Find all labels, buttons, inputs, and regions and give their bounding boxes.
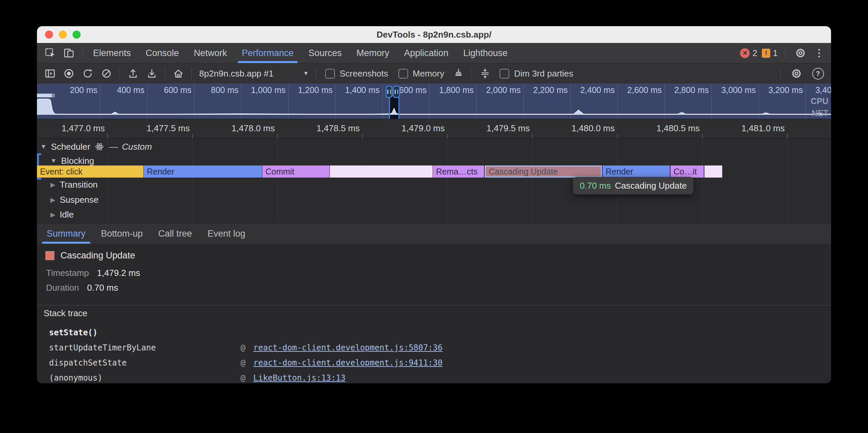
- tab-summary[interactable]: Summary: [39, 224, 93, 244]
- collapse-tracks-icon[interactable]: [477, 66, 493, 81]
- flame-bars-layer: Event: clickRenderCommitRema…ctsCascadin…: [37, 165, 831, 177]
- flame-chart[interactable]: Event: clickRenderCommitRema…ctsCascadin…: [37, 139, 831, 223]
- track-suspense[interactable]: ▶Suspense: [37, 194, 98, 206]
- ruler-tick-mark: [192, 134, 193, 138]
- flame-bar-render[interactable]: Render: [144, 165, 262, 177]
- stack-trace-frames: setState()startUpdateTimerByLane@react-d…: [37, 325, 831, 383]
- flame-bar-cascading-update[interactable]: Cascading Update: [485, 165, 602, 177]
- track-label: Idle: [60, 209, 74, 220]
- help-icon[interactable]: ?: [810, 66, 826, 81]
- issue-icon: !: [762, 49, 770, 58]
- minimize-window-button[interactable]: [59, 31, 67, 39]
- ruler-tick-label: 1,478.0 ms: [231, 123, 275, 134]
- garbage-collect-brush-icon[interactable]: [450, 66, 467, 81]
- reload-and-record-button[interactable]: [79, 66, 96, 81]
- home-button[interactable]: [170, 66, 187, 81]
- track-transition[interactable]: ▶Transition: [37, 178, 98, 191]
- console-errors-badge[interactable]: ✕ 2: [740, 48, 757, 58]
- toggle-sidebar-button[interactable]: [42, 66, 58, 81]
- tab-event-log[interactable]: Event log: [200, 224, 253, 244]
- ruler-tick-label: 1,481.0 ms: [741, 123, 785, 134]
- triangle-right-icon[interactable]: ▶: [51, 211, 55, 219]
- net-lane-label: NET: [812, 108, 828, 118]
- record-button[interactable]: [60, 66, 77, 81]
- flame-gridline: [532, 139, 532, 223]
- triangle-down-icon[interactable]: ▼: [51, 157, 57, 164]
- flame-bar-rema-cts[interactable]: Rema…cts: [433, 165, 484, 177]
- frame-function: (anonymous): [49, 373, 102, 382]
- divider: [472, 68, 472, 78]
- tab-memory[interactable]: Memory: [349, 43, 397, 63]
- console-issues-badge[interactable]: ! 1: [762, 48, 778, 58]
- tooltip-label: Cascading Update: [615, 180, 687, 191]
- kebab-menu-icon[interactable]: [813, 49, 825, 57]
- tab-performance[interactable]: Performance: [235, 43, 301, 63]
- checkbox-box: [398, 69, 408, 78]
- flame-bar[interactable]: [705, 165, 722, 177]
- selection-handle-right[interactable]: [393, 86, 400, 98]
- zoom-window-button[interactable]: [72, 31, 81, 39]
- source-link[interactable]: react-dom-client.development.js:5807:36: [253, 343, 443, 353]
- flame-bar-render[interactable]: Render: [602, 165, 670, 177]
- network-request-bar-cap: [52, 94, 55, 97]
- selection-handle-left[interactable]: [385, 86, 392, 98]
- ruler-tick-label: 1,480.0 ms: [571, 123, 615, 134]
- tab-elements[interactable]: Elements: [86, 43, 138, 63]
- track-idle[interactable]: ▶Idle: [37, 208, 74, 221]
- settings-gear-icon[interactable]: [793, 45, 808, 61]
- inspect-element-button[interactable]: [42, 45, 58, 61]
- frame-function: setState(): [49, 328, 98, 337]
- triangle-right-icon[interactable]: ▶: [51, 196, 55, 204]
- divider: [120, 68, 120, 78]
- track-scheduler[interactable]: ▼Scheduler —Custom: [37, 141, 152, 153]
- flame-bar-co-it[interactable]: Co…it: [671, 165, 704, 177]
- flame-bar-event-click[interactable]: Event: click: [37, 165, 144, 177]
- timeline-overview[interactable]: CPU NET 200 ms400 ms600 ms800 ms1,000 ms…: [37, 84, 831, 119]
- tab-bottom-up[interactable]: Bottom-up: [93, 224, 151, 244]
- divider: [37, 305, 831, 305]
- clear-recording-button[interactable]: [98, 66, 115, 81]
- event-color-swatch: [45, 251, 54, 260]
- memory-checkbox[interactable]: Memory: [394, 68, 448, 79]
- tab-network[interactable]: Network: [186, 43, 235, 63]
- upload-profile-button[interactable]: [125, 66, 142, 81]
- flame-gridline: [702, 139, 703, 223]
- triangle-right-icon[interactable]: ▶: [51, 181, 55, 189]
- summary-field-timestamp: Timestamp1,479.2 ms: [46, 268, 140, 278]
- triangle-down-icon[interactable]: ▼: [40, 143, 47, 151]
- bottom-tabbar: SummaryBottom-upCall treeEvent log: [37, 223, 831, 244]
- tab-sources[interactable]: Sources: [301, 43, 349, 63]
- capture-settings-gear-icon[interactable]: [788, 66, 805, 81]
- ruler-tick-mark: [787, 134, 788, 138]
- flame-bar[interactable]: [330, 165, 433, 177]
- stack-frame: dispatchSetState@react-dom-client.develo…: [37, 355, 831, 370]
- tab-lighthouse[interactable]: Lighthouse: [456, 43, 515, 63]
- flame-tooltip: 0.70 ms Cascading Update: [573, 177, 693, 194]
- flame-gridline: [362, 139, 363, 223]
- download-profile-button[interactable]: [144, 66, 160, 81]
- source-link[interactable]: LikeButton.js:13:13: [253, 373, 346, 382]
- chevron-down-icon: ▼: [303, 70, 309, 77]
- stack-frame: (anonymous)@LikeButton.js:13:13: [37, 370, 831, 383]
- tab-application[interactable]: Application: [397, 43, 456, 63]
- source-link[interactable]: react-dom-client.development.js:9411:30: [253, 358, 443, 368]
- tab-console[interactable]: Console: [138, 43, 186, 63]
- dim-3rd-parties-checkbox[interactable]: Dim 3rd parties: [495, 68, 577, 79]
- ruler-tick-mark: [532, 134, 533, 138]
- screenshots-checkbox[interactable]: Screenshots: [321, 68, 392, 79]
- device-toolbar-button[interactable]: [61, 45, 76, 61]
- ruler-tick-label: 1,479.0 ms: [401, 123, 445, 134]
- ruler-tick-label: 1,478.5 ms: [316, 123, 360, 134]
- ruler-tick-mark: [617, 134, 618, 138]
- close-window-button[interactable]: [45, 31, 53, 39]
- target-selector-dropdown[interactable]: 8p2n9n.csb.app #1 ▼: [196, 68, 311, 79]
- field-label: Duration: [46, 282, 79, 293]
- ruler-tick-mark: [447, 134, 448, 138]
- ruler-tick-mark: [107, 134, 108, 138]
- divider: [316, 68, 316, 78]
- tab-call-tree[interactable]: Call tree: [151, 224, 200, 244]
- flame-bar-commit[interactable]: Commit: [262, 165, 330, 177]
- track-label: Blocking: [61, 156, 94, 166]
- flame-gridline: [447, 139, 447, 223]
- track-blocking[interactable]: ▼Blocking: [37, 155, 94, 167]
